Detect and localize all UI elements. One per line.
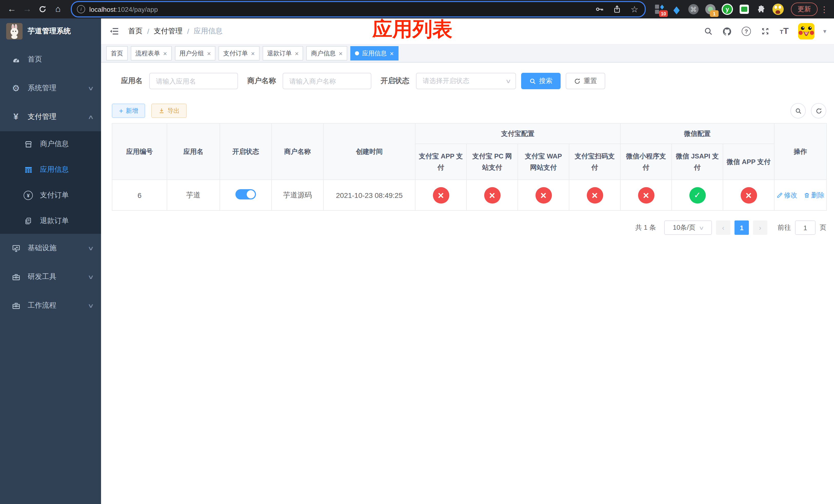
sidebar-item-label: 支付订单 (40, 191, 69, 200)
close-icon[interactable]: × (295, 49, 299, 57)
sidebar-item-payment[interactable]: ¥ 支付管理 ∧ (0, 102, 101, 131)
tag-merchant-info[interactable]: 商户信息× (306, 46, 347, 61)
next-page-button[interactable]: › (753, 221, 767, 235)
help-icon[interactable]: ? (741, 26, 751, 37)
col-app-id: 应用编号 (112, 123, 167, 180)
delete-link[interactable]: 删除 (804, 190, 825, 200)
sidebar-item-workflow[interactable]: 工作流程 ∨ (0, 291, 101, 320)
browser-home-icon[interactable]: ⌂ (51, 3, 65, 16)
status-label: 开启状态 (380, 76, 409, 86)
prev-page-button[interactable]: ‹ (716, 221, 730, 235)
sidebar: 芋道管理系统 首页 ⚙ 系统管理 ∨ ¥ 支付管理 ∧ (0, 19, 101, 504)
sidebar-item-app-info[interactable]: 应用信息 (0, 157, 101, 183)
avatar[interactable] (798, 23, 814, 40)
chevron-down-icon: ∨ (87, 85, 94, 92)
goto-unit-label: 页 (820, 223, 826, 232)
close-icon[interactable]: × (390, 49, 394, 57)
browser-reload-icon[interactable] (36, 3, 49, 16)
status-placeholder: 请选择开启状态 (423, 76, 506, 86)
browser-menu-icon[interactable]: ⋮ (820, 4, 829, 14)
sidebar-item-infrastructure[interactable]: 基础设施 ∨ (0, 234, 101, 262)
ext-chat-icon[interactable] (739, 4, 750, 15)
page-size-select[interactable]: 10条/页 ∨ (664, 221, 712, 235)
tag-user-group[interactable]: 用户分组× (175, 46, 215, 61)
site-info-icon[interactable]: i (77, 5, 85, 13)
toggle-search-button[interactable] (790, 103, 806, 118)
edit-link[interactable]: 修改 (776, 190, 797, 200)
tags-view-bar: 首页 流程表单× 用户分组× 支付订单× 退款订单× 商户信息× 应用信息× (101, 44, 834, 63)
font-size-icon[interactable]: TT (779, 26, 789, 37)
sidebar-item-merchant-info[interactable]: 商户信息 (0, 131, 101, 157)
bookmark-star-icon[interactable]: ☆ (629, 4, 640, 14)
tag-home[interactable]: 首页 (106, 46, 128, 61)
extensions-puzzle-icon[interactable] (755, 4, 767, 15)
tag-app-info[interactable]: 应用信息× (350, 46, 398, 61)
col-actions: 操作 (774, 123, 827, 180)
sidebar-item-system[interactable]: ⚙ 系统管理 ∨ (0, 74, 101, 102)
app-logo (6, 23, 23, 40)
search-button[interactable]: 搜索 (521, 73, 561, 89)
browser-forward-icon[interactable]: → (21, 3, 34, 16)
share-icon[interactable] (612, 4, 622, 14)
merchant-name-input[interactable] (283, 73, 371, 89)
password-key-icon[interactable] (594, 4, 605, 14)
browser-toolbar: ← → ⌂ i localhost:1024/pay/app ☆ ◆ (0, 0, 834, 19)
breadcrumb-separator: / (187, 27, 189, 36)
add-button[interactable]: + 新增 (112, 104, 145, 118)
ext-status-circle-icon[interactable]: 1 (705, 4, 716, 15)
fullscreen-icon[interactable] (760, 26, 770, 37)
page-1-button[interactable]: 1 (734, 221, 749, 235)
browser-update-button[interactable]: 更新 (791, 3, 818, 16)
caret-down-icon[interactable]: ▾ (823, 28, 826, 35)
sidebar-item-pay-order[interactable]: ¥ 支付订单 (0, 183, 101, 208)
ext-gem-icon[interactable]: ◆ (671, 4, 682, 15)
col-merchant: 商户名称 (271, 123, 323, 180)
close-icon[interactable]: × (339, 49, 343, 57)
sidebar-item-label: 退款订单 (40, 216, 69, 226)
sidebar-menu: 首页 ⚙ 系统管理 ∨ ¥ 支付管理 ∧ 商 (0, 45, 101, 320)
col-alipay-pc: 支付宝 PC 网站支付 (466, 144, 518, 180)
ext-yudao-icon[interactable]: y (722, 4, 733, 15)
sidebar-item-label: 工作流程 (28, 301, 82, 310)
ext-command-icon[interactable]: ⌘ (688, 4, 699, 15)
refresh-button[interactable] (811, 103, 826, 118)
ext-emoji-icon[interactable] (772, 4, 784, 15)
ext-grid-badge: 10 (659, 10, 668, 17)
ext-grid-icon[interactable]: ◆ 10 (654, 4, 665, 15)
address-bar[interactable]: i localhost:1024/pay/app ☆ (71, 1, 646, 18)
browser-extensions: ◆ 10 ◆ ⌘ 1 y (654, 4, 784, 15)
col-wechat-mini: 微信小程序支付 (620, 144, 672, 180)
close-icon[interactable]: × (163, 49, 167, 57)
reset-button[interactable]: 重置 (566, 73, 605, 89)
url-host: localhost (89, 6, 116, 13)
breadcrumb-payment[interactable]: 支付管理 (154, 27, 182, 36)
status-select[interactable]: 请选择开启状态 ∨ (416, 73, 516, 89)
tag-refund-order[interactable]: 退款订单× (263, 46, 303, 61)
sidebar-logo-row[interactable]: 芋道管理系统 (0, 19, 101, 44)
goto-page-input[interactable] (795, 221, 815, 235)
search-icon[interactable] (703, 26, 714, 37)
col-alipay-app: 支付宝 APP 支付 (415, 144, 466, 180)
tag-process-form[interactable]: 流程表单× (131, 46, 172, 61)
status-toggle[interactable] (236, 189, 256, 200)
sidebar-item-label: 支付管理 (28, 112, 82, 121)
ext-circle-badge: 1 (710, 10, 719, 17)
close-icon[interactable]: × (251, 49, 255, 57)
export-button[interactable]: 导出 (151, 104, 187, 118)
sidebar-item-refund-order[interactable]: 退款订单 (0, 208, 101, 234)
app-name-input[interactable] (149, 73, 238, 89)
sidebar-item-home[interactable]: 首页 (0, 45, 101, 74)
group-alipay-config: 支付宝配置 (415, 123, 620, 144)
breadcrumb-home[interactable]: 首页 (128, 27, 142, 36)
alipay-qr-status-badge: × (587, 187, 603, 203)
sidebar-item-dev-tools[interactable]: 研发工具 ∨ (0, 262, 101, 291)
tag-pay-order[interactable]: 支付订单× (219, 46, 259, 61)
browser-back-icon[interactable]: ← (5, 3, 19, 16)
github-icon[interactable] (722, 26, 732, 37)
alipay-pc-status-badge: × (484, 187, 500, 203)
sidebar-item-label: 基础设施 (28, 244, 82, 253)
sidebar-collapse-icon[interactable] (109, 26, 120, 37)
col-status: 开启状态 (220, 123, 271, 180)
close-icon[interactable]: × (207, 49, 211, 57)
app-name-label: 应用名 (121, 76, 142, 86)
